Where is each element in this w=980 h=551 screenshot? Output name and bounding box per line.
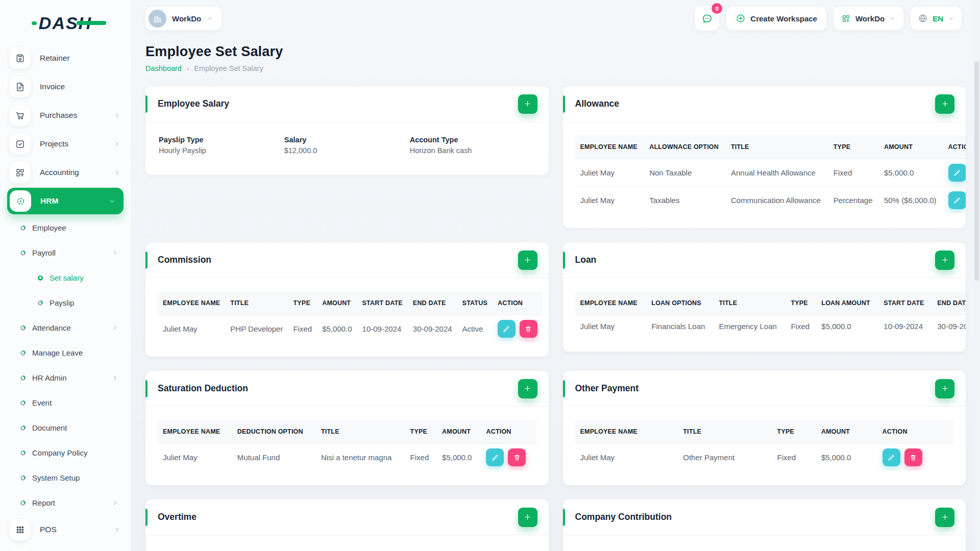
column-header: TITLE [726, 135, 828, 159]
delete-button[interactable] [520, 320, 537, 338]
field-label: Salary [284, 136, 410, 144]
sidebar-item-hrm[interactable]: HRM [7, 188, 124, 214]
table-cell: Mutual Fund [232, 444, 316, 471]
sidebar-item-label: Set salary [50, 273, 118, 282]
add-button[interactable] [935, 94, 954, 114]
table-wrapper: EMPLOYEE NAMELOAN OPTIONSTITLETYPELOAN A… [575, 291, 966, 337]
add-button[interactable] [935, 379, 954, 398]
sidebar-item-document[interactable]: Document [0, 415, 131, 440]
field-label: Account Type [410, 136, 535, 144]
sidebar: DASH RetainerInvoicePurchasesProjectsAcc… [0, 0, 131, 551]
sidebar-item-invoice[interactable]: Invoice [0, 72, 131, 101]
create-workspace-button[interactable]: Create Workspace [726, 7, 826, 30]
header-row: EMPLOYEE NAMETITLETYPEAMOUNTSTART DATEEN… [158, 291, 543, 315]
add-button[interactable] [935, 251, 954, 270]
column-header: TYPE [405, 420, 437, 444]
add-button[interactable] [518, 508, 537, 527]
table-cell: Nisi a tenetur magna [316, 444, 405, 471]
page-content: Employee Set Salary Dashboard › Employee… [131, 37, 980, 551]
column-header: EMPLOYEE NAME [575, 420, 678, 444]
header-row: EMPLOYEE NAMEALLOWNACE OPTIONTITLETYPEAM… [575, 135, 966, 159]
invoice-icon [9, 76, 31, 97]
sidebar-item-label: Payslip [50, 298, 118, 307]
cards-grid: Employee SalaryPayslip TypeHourly Paysli… [145, 86, 966, 551]
workspace-switcher[interactable]: WorkDo [834, 7, 903, 30]
card-commission: CommissionEMPLOYEE NAMETITLETYPEAMOUNTST… [145, 242, 549, 357]
action-buttons [498, 320, 537, 338]
chevron-right-icon [112, 324, 118, 331]
column-header: EMPLOYEE NAME [158, 291, 225, 315]
data-table: EMPLOYEE NAMETITLETYPEAMOUNTACTIONJuliet… [575, 420, 954, 471]
actions-cell [943, 187, 966, 214]
messages-button[interactable]: 0 [695, 6, 719, 31]
field-value: Hourly Payslip [159, 146, 284, 155]
brand-logo[interactable]: DASH [0, 9, 131, 37]
edit-button[interactable] [883, 448, 900, 466]
add-button[interactable] [935, 508, 954, 527]
add-button[interactable] [518, 379, 537, 398]
actions-cell [877, 444, 953, 471]
chevron-down-icon [109, 198, 115, 205]
column-header: START DATE [878, 291, 932, 315]
grid-dots-icon [9, 519, 31, 540]
sidebar-item-retainer[interactable]: Retainer [0, 44, 131, 72]
column-header: LOAN AMOUNT [816, 291, 878, 315]
sidebar-item-set-salary[interactable]: Set salary [0, 265, 131, 290]
header-row: EMPLOYEE NAMEDEDUCTION OPTIONTITLETYPEAM… [158, 420, 536, 444]
card-allowance: AllowanceEMPLOYEE NAMEALLOWNACE OPTIONTI… [563, 86, 966, 228]
sidebar-item-label: HR Admin [32, 373, 112, 382]
sidebar-item-payslip[interactable]: Payslip [0, 290, 131, 315]
bullet-icon [20, 375, 26, 381]
action-buttons [948, 191, 966, 209]
table-row: Juliet MayFinancials LoanEmergency LoanF… [575, 315, 966, 338]
table-cell: $5,000.0 [879, 159, 943, 187]
sidebar-item-attendance[interactable]: Attendance [0, 315, 131, 340]
column-header: ACTION [481, 420, 536, 444]
table-cell: Fixed [828, 159, 879, 187]
card-header: Company Contribution [563, 499, 966, 535]
add-button[interactable] [518, 94, 537, 114]
edit-button[interactable] [498, 320, 516, 338]
add-button[interactable] [518, 251, 537, 270]
plus-circle-icon [736, 13, 746, 23]
chevron-right-icon [112, 499, 118, 506]
sidebar-item-report[interactable]: Report [0, 490, 131, 515]
sidebar-item-event[interactable]: Event [0, 390, 131, 415]
column-header: ACTION [877, 420, 953, 444]
bullet-icon [20, 350, 26, 356]
table-cell: Juliet May [158, 444, 232, 471]
sidebar-item-manage-leave[interactable]: Manage Leave [0, 340, 131, 365]
scrollbar-thumb[interactable] [974, 61, 979, 281]
bullet-icon [38, 276, 43, 281]
sidebar-item-hr-admin[interactable]: HR Admin [0, 365, 131, 390]
app-root: DASH RetainerInvoicePurchasesProjectsAcc… [0, 0, 980, 551]
sidebar-item-company-policy[interactable]: Company Policy [0, 440, 131, 465]
sidebar-item-projects[interactable]: Projects [0, 130, 131, 158]
edit-button[interactable] [486, 448, 504, 466]
table-cell: Juliet May [575, 444, 678, 471]
header-row: EMPLOYEE NAMETITLETYPEAMOUNTACTION [575, 420, 954, 444]
create-workspace-label: Create Workspace [750, 14, 817, 23]
sidebar-item-accounting[interactable]: Accounting [0, 158, 131, 187]
table-cell: Other Payment [678, 444, 772, 471]
sidebar-item-system-setup[interactable]: System Setup [0, 465, 131, 490]
table-wrapper: EMPLOYEE NAMEALLOWNACE OPTIONTITLETYPEAM… [575, 135, 966, 214]
sidebar-item-crm[interactable]: CRM [0, 544, 131, 551]
edit-button[interactable] [948, 164, 966, 182]
sidebar-item-purchases[interactable]: Purchases [0, 101, 131, 130]
sidebar-item-pos[interactable]: POS [0, 515, 131, 544]
delete-button[interactable] [508, 448, 526, 466]
table-cell: Juliet May [158, 315, 225, 343]
page-scrollbar[interactable] [973, 0, 980, 551]
sidebar-item-payroll[interactable]: Payroll [0, 240, 131, 265]
column-header: TYPE [828, 135, 879, 159]
sidebar-item-employee[interactable]: Employee [0, 215, 131, 240]
table-cell: $5,000.0 [317, 315, 357, 343]
language-selector[interactable]: EN [911, 7, 962, 30]
delete-button[interactable] [904, 448, 922, 466]
table-head: EMPLOYEE NAMETITLETYPEAMOUNTACTION [575, 420, 954, 444]
card-header: Saturation Deduction [145, 371, 549, 407]
workspace-selector[interactable]: WorkDo [145, 7, 222, 30]
breadcrumb-dashboard-link[interactable]: Dashboard [145, 64, 182, 72]
edit-button[interactable] [948, 191, 966, 209]
